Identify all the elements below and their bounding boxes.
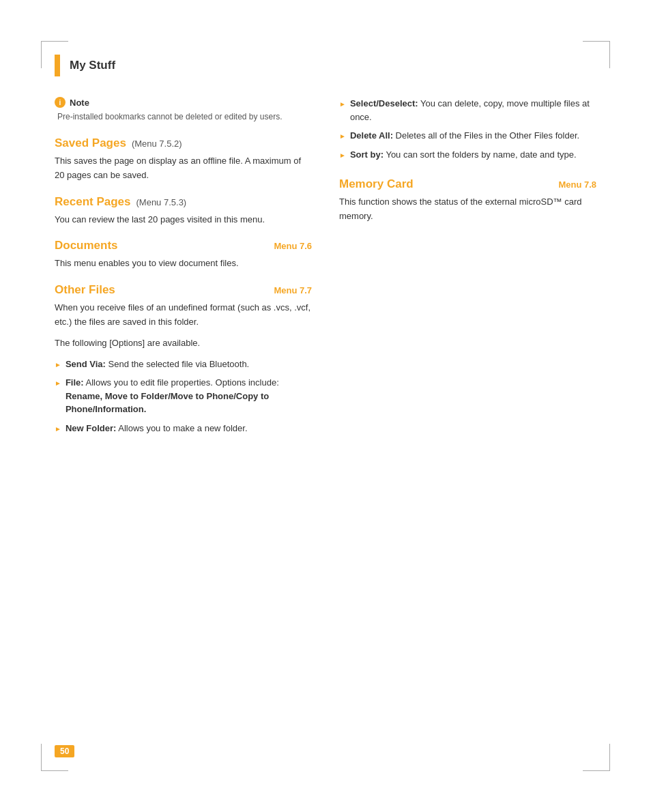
corner-mark-br-h — [583, 770, 610, 771]
list-item: ► Delete All: Deletes all of the Files i… — [339, 129, 596, 143]
saved-pages-menu: (Menu 7.5.2) — [132, 139, 182, 149]
recent-pages-menu: (Menu 7.5.3) — [136, 197, 187, 207]
recent-pages-title: Recent Pages — [55, 195, 131, 209]
memory-card-menu: Menu 7.8 — [558, 179, 596, 190]
page-header: My Stuff — [0, 0, 651, 90]
bullet-label: Sort by: — [350, 149, 384, 160]
documents-title: Documents — [55, 239, 118, 252]
corner-mark-tl-h — [41, 41, 68, 42]
documents-menu: Menu 7.6 — [274, 241, 312, 251]
note-title: i Note — [55, 97, 312, 108]
page-number: 50 — [55, 745, 74, 757]
note-box: i Note Pre-installed bookmarks cannot be… — [55, 97, 312, 123]
bullet-label: New Folder: — [66, 423, 116, 433]
page-title: My Stuff — [70, 59, 115, 72]
bullet-bold: Rename, Move to Folder/Move to Phone/Cop… — [66, 391, 269, 415]
other-files-heading: Other Files Menu 7.7 — [55, 283, 312, 297]
memory-card-body: This function shows the status of the ex… — [339, 195, 596, 224]
documents-heading: Documents Menu 7.6 — [55, 239, 312, 252]
bullet-arrow-icon: ► — [55, 378, 61, 388]
corner-mark-br-v — [609, 744, 610, 771]
bullet-label: Select/Deselect: — [350, 98, 418, 108]
main-content: i Note Pre-installed bookmarks cannot be… — [0, 90, 651, 467]
bullet-arrow-icon: ► — [339, 150, 346, 160]
bullet-label: File: — [66, 377, 84, 388]
saved-pages-body: This saves the page on display as an off… — [55, 154, 312, 183]
list-item: ► Select/Deselect: You can delete, copy,… — [339, 97, 596, 124]
other-files-body2: The following [Options] are available. — [55, 336, 312, 351]
right-bullets: ► Select/Deselect: You can delete, copy,… — [339, 97, 596, 161]
list-item: ► New Folder: Allows you to make a new f… — [55, 422, 312, 435]
list-item: ► File: Allows you to edit file properti… — [55, 376, 312, 416]
recent-pages-heading: Recent Pages (Menu 7.5.3) — [55, 195, 312, 209]
note-icon: i — [55, 97, 66, 108]
saved-pages-heading: Saved Pages (Menu 7.5.2) — [55, 136, 312, 150]
memory-card-heading: Memory Card Menu 7.8 — [339, 177, 596, 191]
bullet-arrow-icon: ► — [339, 131, 346, 141]
corner-mark-bl-v — [41, 744, 42, 771]
other-files-title: Other Files — [55, 283, 115, 297]
recent-pages-body: You can review the last 20 pages visited… — [55, 213, 312, 227]
right-column: ► Select/Deselect: You can delete, copy,… — [339, 97, 596, 440]
documents-body: This menu enables you to view document f… — [55, 257, 312, 271]
list-item: ► Sort by: You can sort the folders by n… — [339, 148, 596, 162]
other-files-bullets: ► Send Via: Send the selected file via B… — [55, 358, 312, 435]
list-item: ► Send Via: Send the selected file via B… — [55, 358, 312, 371]
corner-mark-tl-v — [41, 41, 42, 68]
note-text: Pre-installed bookmarks cannot be delete… — [55, 111, 312, 123]
header-bar — [55, 55, 60, 76]
corner-mark-tr-v — [609, 41, 610, 68]
bullet-label: Send Via: — [66, 359, 106, 369]
corner-mark-bl-h — [41, 770, 68, 771]
other-files-body1: When you receive files of an undefined f… — [55, 301, 312, 330]
bullet-label: Delete All: — [350, 130, 393, 141]
corner-mark-tr-h — [583, 41, 610, 42]
bullet-arrow-icon: ► — [55, 424, 61, 434]
saved-pages-title: Saved Pages — [55, 136, 126, 150]
bullet-arrow-icon: ► — [339, 99, 346, 109]
other-files-menu: Menu 7.7 — [274, 285, 312, 295]
left-column: i Note Pre-installed bookmarks cannot be… — [55, 97, 312, 440]
bullet-arrow-icon: ► — [55, 360, 61, 370]
memory-card-title: Memory Card — [339, 177, 414, 191]
